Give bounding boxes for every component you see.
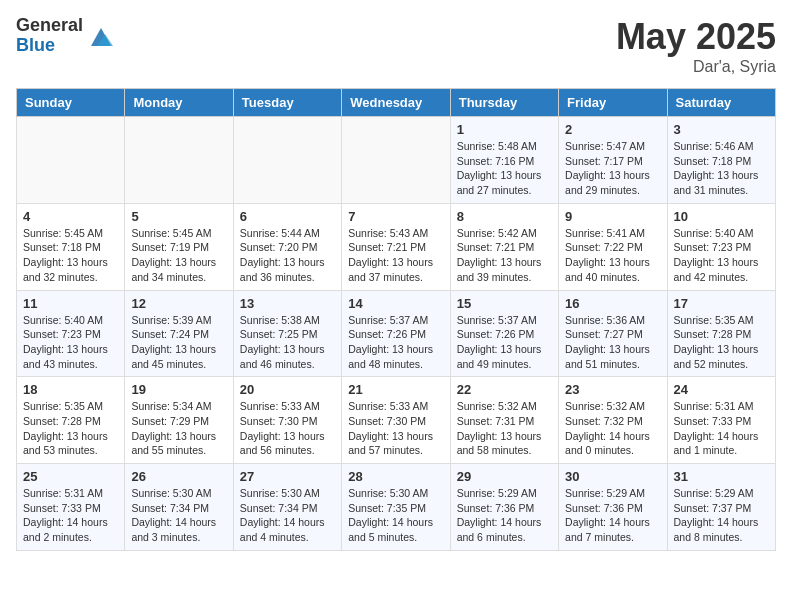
logo-blue: Blue (16, 36, 83, 56)
weekday-header-sunday: Sunday (17, 89, 125, 117)
day-info: Sunrise: 5:37 AMSunset: 7:26 PMDaylight:… (348, 313, 443, 372)
day-number: 15 (457, 296, 552, 311)
day-info: Sunrise: 5:42 AMSunset: 7:21 PMDaylight:… (457, 226, 552, 285)
day-info: Sunrise: 5:30 AMSunset: 7:34 PMDaylight:… (240, 486, 335, 545)
day-info: Sunrise: 5:31 AMSunset: 7:33 PMDaylight:… (674, 399, 769, 458)
calendar-cell: 26Sunrise: 5:30 AMSunset: 7:34 PMDayligh… (125, 464, 233, 551)
calendar-cell: 9Sunrise: 5:41 AMSunset: 7:22 PMDaylight… (559, 203, 667, 290)
day-info: Sunrise: 5:39 AMSunset: 7:24 PMDaylight:… (131, 313, 226, 372)
day-info: Sunrise: 5:45 AMSunset: 7:18 PMDaylight:… (23, 226, 118, 285)
day-number: 19 (131, 382, 226, 397)
calendar-cell: 12Sunrise: 5:39 AMSunset: 7:24 PMDayligh… (125, 290, 233, 377)
page-header: General Blue May 2025 Dar'a, Syria (16, 16, 776, 76)
calendar-cell (233, 117, 341, 204)
calendar-cell (125, 117, 233, 204)
day-number: 18 (23, 382, 118, 397)
calendar-cell: 18Sunrise: 5:35 AMSunset: 7:28 PMDayligh… (17, 377, 125, 464)
calendar-cell: 14Sunrise: 5:37 AMSunset: 7:26 PMDayligh… (342, 290, 450, 377)
weekday-header-saturday: Saturday (667, 89, 775, 117)
day-number: 14 (348, 296, 443, 311)
day-info: Sunrise: 5:30 AMSunset: 7:35 PMDaylight:… (348, 486, 443, 545)
day-number: 11 (23, 296, 118, 311)
calendar-cell: 16Sunrise: 5:36 AMSunset: 7:27 PMDayligh… (559, 290, 667, 377)
day-info: Sunrise: 5:40 AMSunset: 7:23 PMDaylight:… (674, 226, 769, 285)
calendar-cell: 4Sunrise: 5:45 AMSunset: 7:18 PMDaylight… (17, 203, 125, 290)
day-number: 6 (240, 209, 335, 224)
day-info: Sunrise: 5:36 AMSunset: 7:27 PMDaylight:… (565, 313, 660, 372)
calendar-cell: 7Sunrise: 5:43 AMSunset: 7:21 PMDaylight… (342, 203, 450, 290)
calendar-cell: 24Sunrise: 5:31 AMSunset: 7:33 PMDayligh… (667, 377, 775, 464)
day-number: 16 (565, 296, 660, 311)
calendar-cell: 19Sunrise: 5:34 AMSunset: 7:29 PMDayligh… (125, 377, 233, 464)
day-number: 24 (674, 382, 769, 397)
calendar-cell (17, 117, 125, 204)
location: Dar'a, Syria (616, 58, 776, 76)
day-number: 13 (240, 296, 335, 311)
calendar-cell: 27Sunrise: 5:30 AMSunset: 7:34 PMDayligh… (233, 464, 341, 551)
logo-icon (87, 22, 115, 50)
day-number: 3 (674, 122, 769, 137)
day-number: 5 (131, 209, 226, 224)
calendar-cell: 22Sunrise: 5:32 AMSunset: 7:31 PMDayligh… (450, 377, 558, 464)
day-number: 2 (565, 122, 660, 137)
calendar-cell: 11Sunrise: 5:40 AMSunset: 7:23 PMDayligh… (17, 290, 125, 377)
calendar-cell: 1Sunrise: 5:48 AMSunset: 7:16 PMDaylight… (450, 117, 558, 204)
calendar-week-1: 1Sunrise: 5:48 AMSunset: 7:16 PMDaylight… (17, 117, 776, 204)
day-number: 30 (565, 469, 660, 484)
day-number: 1 (457, 122, 552, 137)
calendar-table: SundayMondayTuesdayWednesdayThursdayFrid… (16, 88, 776, 551)
day-number: 10 (674, 209, 769, 224)
day-number: 26 (131, 469, 226, 484)
weekday-header-monday: Monday (125, 89, 233, 117)
day-info: Sunrise: 5:32 AMSunset: 7:32 PMDaylight:… (565, 399, 660, 458)
calendar-cell: 20Sunrise: 5:33 AMSunset: 7:30 PMDayligh… (233, 377, 341, 464)
day-number: 7 (348, 209, 443, 224)
day-number: 22 (457, 382, 552, 397)
day-number: 31 (674, 469, 769, 484)
calendar-cell: 30Sunrise: 5:29 AMSunset: 7:36 PMDayligh… (559, 464, 667, 551)
day-info: Sunrise: 5:29 AMSunset: 7:36 PMDaylight:… (565, 486, 660, 545)
calendar-cell: 2Sunrise: 5:47 AMSunset: 7:17 PMDaylight… (559, 117, 667, 204)
day-info: Sunrise: 5:44 AMSunset: 7:20 PMDaylight:… (240, 226, 335, 285)
weekday-header-friday: Friday (559, 89, 667, 117)
calendar-body: 1Sunrise: 5:48 AMSunset: 7:16 PMDaylight… (17, 117, 776, 551)
day-info: Sunrise: 5:35 AMSunset: 7:28 PMDaylight:… (23, 399, 118, 458)
calendar-cell: 21Sunrise: 5:33 AMSunset: 7:30 PMDayligh… (342, 377, 450, 464)
calendar-week-5: 25Sunrise: 5:31 AMSunset: 7:33 PMDayligh… (17, 464, 776, 551)
day-info: Sunrise: 5:29 AMSunset: 7:36 PMDaylight:… (457, 486, 552, 545)
calendar-cell (342, 117, 450, 204)
month-title: May 2025 (616, 16, 776, 58)
calendar-cell: 13Sunrise: 5:38 AMSunset: 7:25 PMDayligh… (233, 290, 341, 377)
day-number: 8 (457, 209, 552, 224)
day-info: Sunrise: 5:46 AMSunset: 7:18 PMDaylight:… (674, 139, 769, 198)
day-info: Sunrise: 5:29 AMSunset: 7:37 PMDaylight:… (674, 486, 769, 545)
logo-text: General Blue (16, 16, 83, 56)
title-block: May 2025 Dar'a, Syria (616, 16, 776, 76)
day-info: Sunrise: 5:32 AMSunset: 7:31 PMDaylight:… (457, 399, 552, 458)
calendar-cell: 5Sunrise: 5:45 AMSunset: 7:19 PMDaylight… (125, 203, 233, 290)
day-info: Sunrise: 5:33 AMSunset: 7:30 PMDaylight:… (348, 399, 443, 458)
calendar-cell: 17Sunrise: 5:35 AMSunset: 7:28 PMDayligh… (667, 290, 775, 377)
day-info: Sunrise: 5:38 AMSunset: 7:25 PMDaylight:… (240, 313, 335, 372)
calendar-cell: 10Sunrise: 5:40 AMSunset: 7:23 PMDayligh… (667, 203, 775, 290)
calendar-week-4: 18Sunrise: 5:35 AMSunset: 7:28 PMDayligh… (17, 377, 776, 464)
weekday-header-tuesday: Tuesday (233, 89, 341, 117)
calendar-cell: 3Sunrise: 5:46 AMSunset: 7:18 PMDaylight… (667, 117, 775, 204)
calendar-cell: 31Sunrise: 5:29 AMSunset: 7:37 PMDayligh… (667, 464, 775, 551)
day-info: Sunrise: 5:40 AMSunset: 7:23 PMDaylight:… (23, 313, 118, 372)
day-number: 9 (565, 209, 660, 224)
day-info: Sunrise: 5:37 AMSunset: 7:26 PMDaylight:… (457, 313, 552, 372)
weekday-header-row: SundayMondayTuesdayWednesdayThursdayFrid… (17, 89, 776, 117)
day-info: Sunrise: 5:31 AMSunset: 7:33 PMDaylight:… (23, 486, 118, 545)
day-info: Sunrise: 5:34 AMSunset: 7:29 PMDaylight:… (131, 399, 226, 458)
calendar-cell: 8Sunrise: 5:42 AMSunset: 7:21 PMDaylight… (450, 203, 558, 290)
logo-general: General (16, 16, 83, 36)
day-info: Sunrise: 5:43 AMSunset: 7:21 PMDaylight:… (348, 226, 443, 285)
day-number: 21 (348, 382, 443, 397)
day-number: 27 (240, 469, 335, 484)
weekday-header-wednesday: Wednesday (342, 89, 450, 117)
day-info: Sunrise: 5:35 AMSunset: 7:28 PMDaylight:… (674, 313, 769, 372)
calendar-cell: 15Sunrise: 5:37 AMSunset: 7:26 PMDayligh… (450, 290, 558, 377)
calendar-week-3: 11Sunrise: 5:40 AMSunset: 7:23 PMDayligh… (17, 290, 776, 377)
day-number: 25 (23, 469, 118, 484)
